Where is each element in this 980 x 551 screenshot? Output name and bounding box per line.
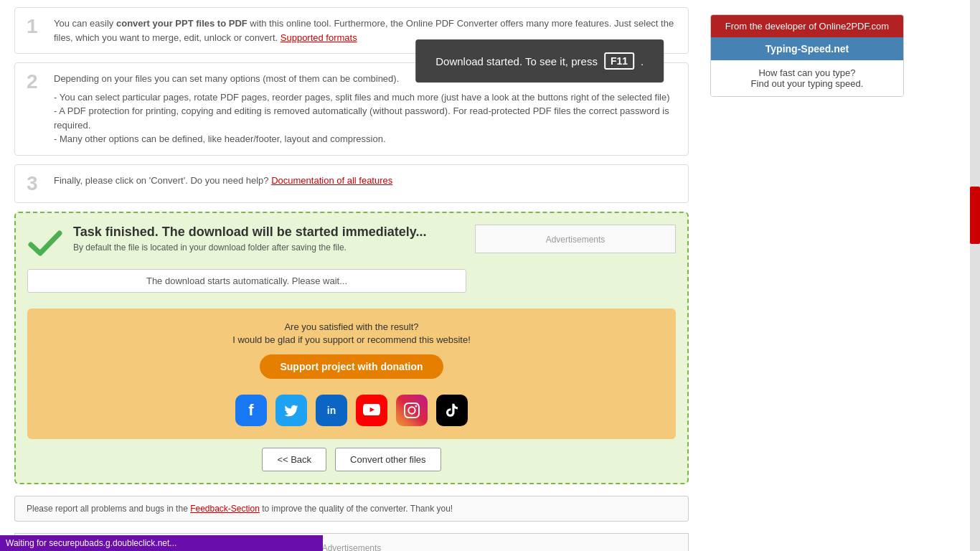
- convert-other-files-button[interactable]: Convert other files: [335, 448, 441, 471]
- task-finished-header: Task finished. The download will be star…: [27, 225, 466, 260]
- action-buttons: << Back Convert other files: [27, 448, 676, 471]
- main-content: 1 You can easily convert your PPT files …: [0, 0, 703, 551]
- checkmark-icon: [27, 225, 63, 260]
- feedback-text-before: Please report all problems and bugs in t…: [27, 504, 188, 514]
- linkedin-icon[interactable]: in: [316, 395, 347, 426]
- download-key: F11: [604, 52, 634, 70]
- documentation-link[interactable]: Documentation of all features: [271, 175, 392, 186]
- bullet-2: A PDF protection for printing, copying a…: [54, 104, 677, 132]
- step-number-1: 1: [27, 17, 44, 37]
- back-button[interactable]: << Back: [262, 448, 326, 471]
- download-notification-dot: .: [641, 55, 644, 67]
- task-subtitle: By default the file is located in your d…: [73, 242, 426, 253]
- step-number-3: 3: [27, 174, 44, 194]
- social-icons: f in: [40, 395, 663, 426]
- step-number-2: 2: [27, 72, 44, 92]
- tiktok-icon[interactable]: [436, 395, 468, 426]
- developer-box: From the developer of Online2PDF.com Typ…: [710, 14, 904, 97]
- step-2-content: Depending on your files you can set many…: [54, 72, 677, 146]
- dev-box-link[interactable]: Typing-Speed.net: [711, 37, 903, 60]
- instagram-icon[interactable]: [396, 395, 428, 426]
- download-progress-bar: The download starts automatically. Pleas…: [27, 269, 466, 293]
- satisfaction-line2: I would be glad if you support or recomm…: [40, 334, 663, 345]
- bullet-1: You can select particular pages, rotate …: [54, 90, 677, 105]
- ads-box-right: Advertisements: [475, 225, 676, 253]
- task-title: Task finished. The download will be star…: [73, 225, 426, 240]
- donate-button[interactable]: Support project with donation: [260, 354, 443, 379]
- youtube-icon[interactable]: [356, 395, 387, 426]
- satisfaction-box: Are you satisfied with the result? I wou…: [27, 309, 676, 439]
- step-3-content: Finally, please click on 'Convert'. Do y…: [54, 174, 677, 188]
- scrollbar-track[interactable]: [970, 0, 980, 551]
- dev-line2: Find out your typing speed.: [718, 78, 896, 89]
- download-notification-text: Download started. To see it, press: [435, 55, 598, 67]
- scrollbar-thumb[interactable]: [970, 187, 980, 244]
- bullet-3: Many other options can be defined, like …: [54, 132, 677, 146]
- step-3: 3 Finally, please click on 'Convert'. Do…: [14, 164, 689, 203]
- download-notification: Download started. To see it, press F11 .: [415, 39, 664, 83]
- twitter-icon[interactable]: [275, 395, 307, 426]
- status-bar: Waiting for securepubads.g.doubleclick.n…: [0, 535, 323, 551]
- sidebar: From the developer of Online2PDF.com Typ…: [703, 0, 911, 551]
- feedback-text-after: to improve the quality of the converter.…: [262, 504, 453, 514]
- facebook-icon[interactable]: f: [235, 395, 267, 426]
- task-header-left: Task finished. The download will be star…: [27, 225, 466, 301]
- satisfaction-line1: Are you satisfied with the result?: [40, 321, 663, 332]
- supported-formats-link[interactable]: Supported formats: [281, 32, 357, 43]
- dev-box-content: How fast can you type? Find out your typ…: [711, 60, 903, 96]
- feedback-box: Please report all problems and bugs in t…: [14, 496, 689, 522]
- dev-line1: How fast can you type?: [718, 67, 896, 78]
- dev-box-header: From the developer of Online2PDF.com: [711, 15, 903, 37]
- step-2-bullets: You can select particular pages, rotate …: [54, 90, 677, 146]
- feedback-link[interactable]: Feedback-Section: [190, 504, 260, 514]
- task-finished-box: Task finished. The download will be star…: [14, 212, 689, 484]
